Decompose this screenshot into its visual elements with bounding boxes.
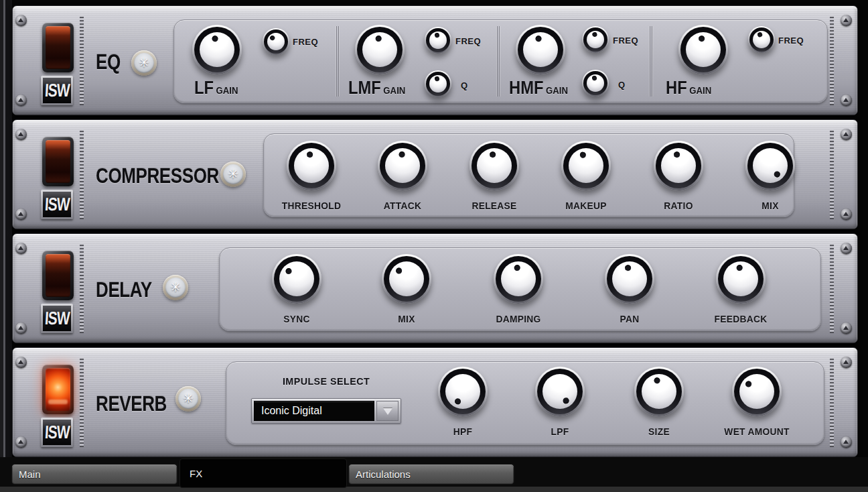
- reverb-lpf-knob[interactable]: [535, 367, 585, 416]
- eq-lmf-gain-knob[interactable]: [355, 25, 405, 74]
- tab-fx[interactable]: FX: [179, 458, 347, 488]
- knob-label: RATIO: [636, 200, 722, 211]
- knob-indicator: [624, 265, 631, 271]
- knob-label: HPF: [420, 426, 506, 437]
- screw-icon: [15, 15, 27, 26]
- eq-hmf-gain-knob[interactable]: [516, 25, 565, 74]
- eq-title: EQ: [96, 50, 121, 74]
- knob-indicator: [591, 75, 597, 81]
- knob-label: ATTACK: [360, 200, 446, 211]
- eq-hf-gain-knob[interactable]: [678, 25, 728, 74]
- screw-icon: [15, 129, 27, 140]
- knob-indicator: [434, 76, 440, 82]
- knob-indicator: [698, 36, 705, 42]
- isw-logo-text: ISW: [44, 422, 70, 442]
- compressor-asterisk-button[interactable]: ✳: [220, 162, 246, 187]
- compressor-threshold-knob[interactable]: [287, 141, 336, 190]
- tab-articulations[interactable]: Articulations: [348, 464, 514, 485]
- knob-indicator: [284, 267, 293, 276]
- knob-label: RELEASE: [451, 200, 538, 211]
- dropdown-arrow-button[interactable]: [376, 401, 399, 421]
- isw-logo-text: ISW: [44, 194, 70, 214]
- rocker-off: [46, 254, 70, 297]
- knob-label: FEEDBACK: [698, 313, 784, 324]
- fx-rack-compressor: ISW COMPRESSOR ✳ THRESHOLD ATTACK RELEAS…: [12, 119, 858, 229]
- eq-asterisk-button[interactable]: ✳: [131, 50, 157, 76]
- bottom-tab-bar: Main FX Articulations: [0, 457, 868, 492]
- impulse-select-value[interactable]: Iconic Digital: [254, 401, 374, 421]
- compressor-title: COMPRESSOR: [96, 164, 219, 188]
- eq-hf-freq-knob[interactable]: [748, 26, 775, 53]
- screw-icon: [15, 357, 27, 368]
- dotted-divider: [80, 245, 84, 333]
- delay-sync-knob[interactable]: [272, 254, 321, 304]
- knob-indicator: [673, 151, 680, 158]
- screw-icon: [15, 95, 27, 106]
- impulse-select-label: IMPULSE SELECT: [255, 375, 398, 387]
- screw-icon: [15, 243, 27, 254]
- band-divider: [336, 26, 339, 97]
- band-divider: [650, 26, 652, 97]
- knob-label: MIX: [727, 200, 814, 211]
- dotted-divider: [830, 245, 834, 333]
- eq-lf-freq-label: FREQ: [293, 37, 318, 47]
- eq-hf-freq-label: FREQ: [778, 36, 804, 46]
- knob-indicator: [489, 151, 496, 158]
- delay-knob-tray: SYNC MIX DAMPING PAN FEEDBACK: [219, 247, 821, 331]
- knob-indicator: [736, 265, 743, 271]
- isw-logo-text: ISW: [44, 80, 70, 101]
- eq-power-switch[interactable]: [42, 23, 74, 72]
- rocker-off: [46, 140, 70, 183]
- eq-lmf-freq-knob[interactable]: [425, 27, 451, 54]
- asterisk-icon: ✳: [131, 50, 157, 76]
- asterisk-icon: ✳: [220, 162, 246, 187]
- delay-pan-knob[interactable]: [605, 254, 654, 304]
- eq-hmf-freq-knob[interactable]: [582, 26, 609, 53]
- screw-icon: [841, 436, 852, 448]
- compressor-release-knob[interactable]: [469, 141, 519, 190]
- knob-indicator: [211, 36, 218, 43]
- isw-logo: ISW: [41, 418, 73, 447]
- eq-lmf-band-label: LMF GAIN: [348, 78, 405, 99]
- compressor-ratio-knob[interactable]: [654, 141, 703, 190]
- reverb-power-switch[interactable]: [42, 365, 74, 414]
- compressor-attack-knob[interactable]: [378, 141, 427, 190]
- rocker-on: [46, 368, 70, 411]
- tab-main[interactable]: Main: [11, 464, 177, 485]
- delay-power-switch[interactable]: [42, 251, 74, 300]
- reverb-wet-knob[interactable]: [732, 367, 782, 416]
- delay-feedback-knob[interactable]: [716, 254, 766, 304]
- chevron-down-icon: [383, 408, 392, 420]
- screw-icon: [15, 322, 27, 334]
- isw-logo: ISW: [41, 190, 73, 219]
- reverb-title: REVERB: [96, 392, 167, 416]
- compressor-power-switch[interactable]: [42, 137, 74, 186]
- screw-icon: [841, 95, 852, 106]
- delay-title: DELAY: [96, 278, 152, 302]
- dotted-divider: [830, 131, 834, 219]
- delay-mix-knob[interactable]: [382, 254, 431, 304]
- dotted-divider: [80, 131, 84, 219]
- eq-lf-gain-knob[interactable]: [192, 25, 242, 74]
- reverb-asterisk-button[interactable]: ✳: [175, 386, 201, 412]
- knob-indicator: [434, 32, 440, 38]
- screw-icon: [841, 357, 852, 368]
- delay-damping-knob[interactable]: [494, 254, 543, 304]
- knob-indicator: [375, 36, 382, 42]
- eq-lf-freq-knob[interactable]: [263, 28, 289, 55]
- compressor-mix-knob[interactable]: [745, 141, 795, 190]
- impulse-select-dropdown[interactable]: Iconic Digital: [251, 398, 401, 424]
- reverb-hpf-knob[interactable]: [438, 367, 488, 416]
- compressor-makeup-knob[interactable]: [561, 141, 611, 190]
- reverb-size-knob[interactable]: [634, 367, 684, 416]
- eq-lmf-q-knob[interactable]: [425, 70, 451, 97]
- knob-indicator: [773, 170, 782, 178]
- knob-indicator: [562, 396, 571, 405]
- delay-asterisk-button[interactable]: ✳: [163, 275, 188, 300]
- knob-label: SIZE: [616, 426, 703, 437]
- fx-page: ISW EQ ✳ FREQ LF GAIN FREQ Q: [0, 0, 868, 492]
- eq-hmf-q-knob[interactable]: [582, 70, 609, 97]
- knob-indicator: [653, 377, 660, 385]
- dotted-divider: [830, 359, 834, 447]
- fx-rack-eq: ISW EQ ✳ FREQ LF GAIN FREQ Q: [12, 5, 858, 115]
